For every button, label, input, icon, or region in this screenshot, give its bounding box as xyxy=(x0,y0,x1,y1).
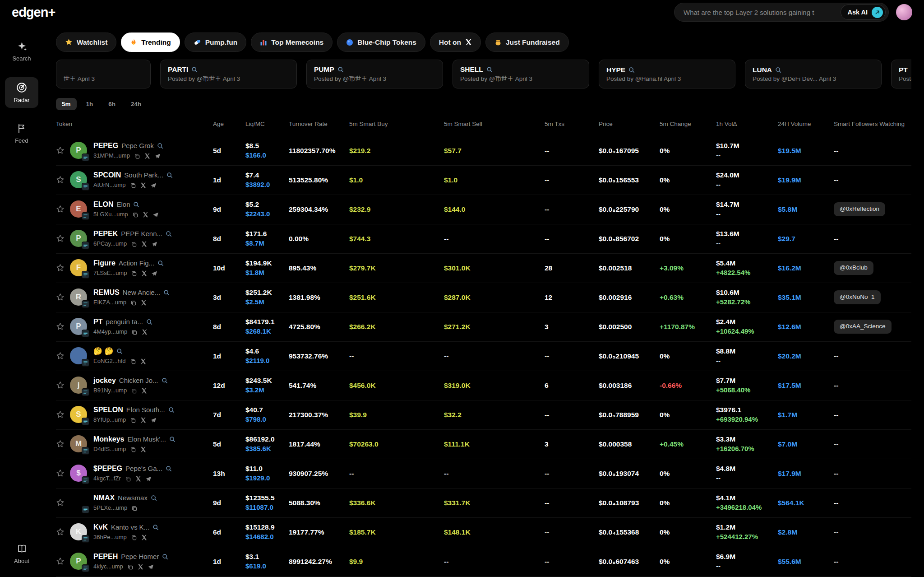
copy-icon[interactable] xyxy=(130,447,136,453)
token-card-shell[interactable]: SHELLPosted by @币世王 April 3 xyxy=(453,60,589,88)
time-filter-24h[interactable]: 24h xyxy=(125,98,147,110)
telegram-icon[interactable] xyxy=(151,270,157,277)
time-filter-1h[interactable]: 1h xyxy=(80,98,99,110)
table-row[interactable]: FFigureAction Fig...7LSsE...ump10d$194.9… xyxy=(56,254,911,283)
watchlist-star-icon[interactable] xyxy=(56,205,65,214)
magnifier-icon[interactable] xyxy=(775,67,781,73)
magnifier-icon[interactable] xyxy=(911,67,911,73)
ask-ai-input[interactable] xyxy=(684,9,836,16)
telegram-icon[interactable] xyxy=(151,241,157,247)
magnifier-icon[interactable] xyxy=(166,231,172,237)
magnifier-icon[interactable] xyxy=(169,436,176,442)
tab-top-memecoins[interactable]: Top Memecoins xyxy=(251,33,333,52)
table-row[interactable]: PPTpenguin ta...4M4yp...ump8d$84179.1$26… xyxy=(56,312,911,342)
magnifier-icon[interactable] xyxy=(162,377,168,384)
tab-just-fundraised[interactable]: Just Fundraised xyxy=(485,33,569,52)
copy-icon[interactable] xyxy=(131,329,138,335)
magnifier-icon[interactable] xyxy=(163,289,170,296)
table-row[interactable]: MMonkeysElon Musk'...D4dfS...ump5d$86192… xyxy=(56,430,911,459)
x-social-icon[interactable] xyxy=(140,358,146,364)
table-row[interactable]: PPEPEGPepe Grok31MPM...ump5d$8.5$166.011… xyxy=(56,136,911,166)
watchlist-star-icon[interactable] xyxy=(56,293,65,302)
table-row[interactable]: jjockeyChicken Jo...B91Ny...ump12d$243.5… xyxy=(56,371,911,400)
table-row[interactable]: EELONElon5LGXu...ump9d$5.2$2243.0259304.… xyxy=(56,195,911,224)
ask-ai-button[interactable]: Ask AI xyxy=(841,5,886,20)
magnifier-icon[interactable] xyxy=(146,319,152,325)
sidebar-item-radar[interactable]: Radar xyxy=(5,77,38,108)
table-row[interactable]: SSPELONElon South...8YfUp...ump7d$40.7$7… xyxy=(56,400,911,430)
x-social-icon[interactable] xyxy=(140,447,146,452)
sidebar-item-feed[interactable]: Feed xyxy=(5,119,38,149)
x-social-icon[interactable] xyxy=(144,153,150,159)
magnifier-icon[interactable] xyxy=(157,260,164,266)
token-card-parti[interactable]: PARTIPosted by @币世王 April 3 xyxy=(160,60,297,88)
watchlist-star-icon[interactable] xyxy=(56,381,65,390)
copy-icon[interactable] xyxy=(125,476,131,482)
telegram-icon[interactable] xyxy=(150,182,157,189)
table-row[interactable]: $$PEPEGPepe's Ga...4kgcT...fZr13h$11.0$1… xyxy=(56,459,911,489)
telegram-icon[interactable] xyxy=(148,564,154,570)
telegram-icon[interactable] xyxy=(145,476,152,482)
token-card-pt[interactable]: PTPosted b xyxy=(891,60,911,88)
copy-icon[interactable] xyxy=(130,300,137,306)
tab-blue-chip-tokens[interactable]: Blue-Chip Tokens xyxy=(337,33,425,52)
magnifier-icon[interactable] xyxy=(116,348,123,354)
copy-icon[interactable] xyxy=(130,358,136,365)
x-social-icon[interactable] xyxy=(141,270,147,276)
watchlist-star-icon[interactable] xyxy=(56,410,65,419)
watchlist-star-icon[interactable] xyxy=(56,498,65,507)
x-social-icon[interactable] xyxy=(141,388,147,394)
copy-icon[interactable] xyxy=(134,153,140,159)
watchlist-star-icon[interactable] xyxy=(56,176,65,184)
smart-follower-badge[interactable]: @0xReflection xyxy=(834,202,885,216)
x-social-icon[interactable] xyxy=(140,182,146,188)
x-social-icon[interactable] xyxy=(141,300,147,306)
watchlist-star-icon[interactable] xyxy=(56,264,65,272)
table-row[interactable]: KKvKKanto vs K...36hPe...ump6d$15128.9$1… xyxy=(56,518,911,547)
watchlist-star-icon[interactable] xyxy=(56,234,65,243)
watchlist-star-icon[interactable] xyxy=(56,352,65,360)
watchlist-star-icon[interactable] xyxy=(56,557,65,566)
sidebar-item-search[interactable]: Search xyxy=(5,36,38,66)
table-row[interactable]: NMAXNewsmax5PLXe...ump9d$12355.5$11087.0… xyxy=(56,489,911,518)
copy-icon[interactable] xyxy=(130,182,136,189)
telegram-icon[interactable] xyxy=(152,212,159,218)
magnifier-icon[interactable] xyxy=(628,67,635,73)
time-filter-5m[interactable]: 5m xyxy=(56,98,77,110)
copy-icon[interactable] xyxy=(132,212,139,218)
watchlist-star-icon[interactable] xyxy=(56,528,65,536)
x-social-icon[interactable] xyxy=(142,329,148,335)
ask-ai-search-bar[interactable]: Ask AI xyxy=(674,3,889,22)
magnifier-icon[interactable] xyxy=(166,465,172,472)
tab-trending[interactable]: Trending xyxy=(121,33,180,52)
table-row[interactable]: PPEPEHPepe Homer4kiyc...ump1d$3.1$619.08… xyxy=(56,547,911,577)
telegram-icon[interactable] xyxy=(150,417,157,423)
copy-icon[interactable] xyxy=(130,417,136,423)
magnifier-icon[interactable] xyxy=(337,66,344,73)
user-avatar[interactable] xyxy=(896,4,912,20)
x-social-icon[interactable] xyxy=(135,476,141,482)
copy-icon[interactable] xyxy=(127,564,134,570)
x-social-icon[interactable] xyxy=(143,212,148,218)
copy-icon[interactable] xyxy=(131,388,137,394)
smart-follower-badge[interactable]: @0xBclub xyxy=(834,261,873,275)
magnifier-icon[interactable] xyxy=(151,495,157,501)
copy-icon[interactable] xyxy=(131,241,137,247)
telegram-icon[interactable] xyxy=(154,153,161,159)
smart-follower-badge[interactable]: @0xNoNo_1 xyxy=(834,290,881,304)
tab-hot-on[interactable]: Hot on xyxy=(430,33,481,52)
x-social-icon[interactable] xyxy=(140,417,146,423)
tab-pump-fun[interactable]: Pump.fun xyxy=(185,33,246,52)
magnifier-icon[interactable] xyxy=(157,143,163,149)
time-filter-6h[interactable]: 6h xyxy=(102,98,121,110)
magnifier-icon[interactable] xyxy=(152,524,159,530)
magnifier-icon[interactable] xyxy=(133,201,139,208)
tab-watchlist[interactable]: Watchlist xyxy=(56,33,116,52)
magnifier-icon[interactable] xyxy=(191,66,198,73)
copy-icon[interactable] xyxy=(131,270,137,277)
token-card-pump[interactable]: PUMPPosted by @币世王 April 3 xyxy=(306,60,443,88)
smart-follower-badge[interactable]: @0xAA_Science xyxy=(834,320,892,334)
table-row[interactable]: PPEPEKPEPE Kenn...6PCay...ump8d$171.6$8.… xyxy=(56,224,911,254)
sidebar-item-about[interactable]: About xyxy=(5,539,38,569)
x-social-icon[interactable] xyxy=(141,535,147,540)
